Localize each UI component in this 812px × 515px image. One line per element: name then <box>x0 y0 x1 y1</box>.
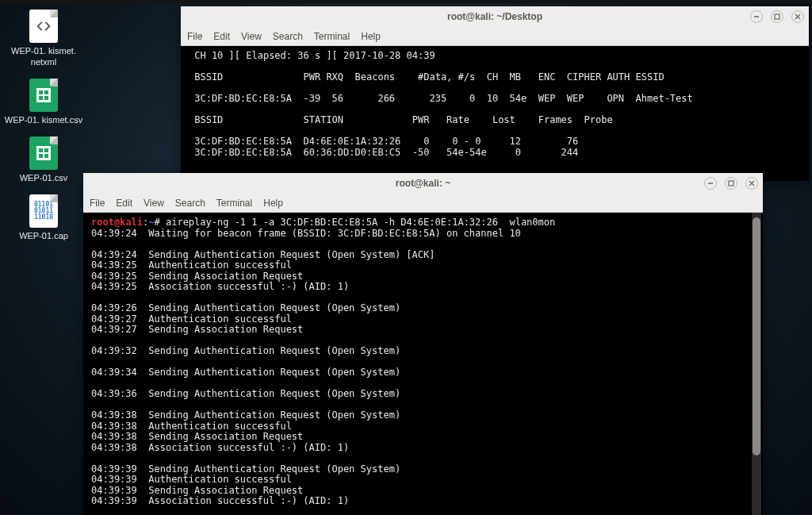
menu-search[interactable]: Search <box>175 198 205 209</box>
minimize-button[interactable] <box>704 177 717 190</box>
desktop-file-label: WEP-01. kismet.csv <box>5 114 82 125</box>
desktop-file-cap[interactable]: 011010101111010 WEP-01.cap <box>4 194 83 241</box>
window-title: root@kali: ~/Desktop <box>447 11 542 22</box>
prompt-user: root@kali <box>91 217 143 228</box>
window-controls <box>704 173 758 194</box>
xml-file-icon <box>29 10 58 43</box>
scrollbar-thumb[interactable] <box>753 217 760 455</box>
menu-view[interactable]: View <box>241 31 262 42</box>
menu-file[interactable]: File <box>90 198 105 209</box>
prompt-hash: # <box>155 217 166 228</box>
menu-edit[interactable]: Edit <box>213 31 230 42</box>
cap-file-icon: 011010101111010 <box>29 194 58 228</box>
menu-file[interactable]: File <box>187 31 202 42</box>
window-title: root@kali: ~ <box>396 178 450 189</box>
scrollbar[interactable] <box>752 213 761 515</box>
menu-search[interactable]: Search <box>273 31 303 42</box>
menu-view[interactable]: View <box>144 198 164 209</box>
desktop-file-csv[interactable]: WEP-01. kismet.csv <box>4 79 83 125</box>
close-button[interactable] <box>745 177 758 190</box>
window-controls <box>750 6 804 27</box>
svg-rect-3 <box>729 181 733 186</box>
csv-file-icon <box>29 136 58 170</box>
menu-terminal[interactable]: Terminal <box>216 198 252 209</box>
close-button[interactable] <box>791 10 804 23</box>
csv-file-icon <box>29 79 58 112</box>
svg-rect-1 <box>775 14 779 19</box>
menu-help[interactable]: Help <box>361 31 381 42</box>
prompt-path: ~ <box>148 217 154 228</box>
menubar: File Edit View Search Terminal Help <box>181 27 809 46</box>
menu-terminal[interactable]: Terminal <box>314 31 350 42</box>
desktop-file-xml[interactable]: WEP-01. kismet. netxml <box>4 10 83 67</box>
desktop-file-csv[interactable]: WEP-01.csv <box>4 136 83 183</box>
terminal-output[interactable]: CH 10 ][ Elapsed: 36 s ][ 2017-10-28 04:… <box>181 46 809 181</box>
maximize-button[interactable] <box>725 177 737 190</box>
menu-help[interactable]: Help <box>263 198 283 209</box>
desktop-file-label: WEP-01. kismet. netxml <box>4 45 83 67</box>
terminal-window-front[interactable]: root@kali: ~ File Edit View Search Termi… <box>83 173 763 515</box>
top-panel <box>0 0 812 3</box>
terminal-window-back[interactable]: root@kali: ~/Desktop File Edit View Sear… <box>181 6 809 181</box>
desktop-file-label: WEP-01.cap <box>19 230 68 241</box>
menu-edit[interactable]: Edit <box>116 198 132 209</box>
desktop-icons: WEP-01. kismet. netxml WEP-01. kismet.cs… <box>0 0 87 252</box>
terminal-output[interactable]: root@kali:~# aireplay-ng -1 1 -a 3C:DF:B… <box>83 213 763 515</box>
titlebar[interactable]: root@kali: ~ <box>83 173 763 194</box>
command-text: aireplay-ng -1 1 -a 3C:DF:BD:EC:E8:5A -h… <box>166 217 555 228</box>
minimize-button[interactable] <box>750 10 763 23</box>
maximize-button[interactable] <box>771 10 783 23</box>
menubar: File Edit View Search Terminal Help <box>83 194 763 213</box>
titlebar[interactable]: root@kali: ~/Desktop <box>181 6 809 27</box>
desktop-file-label: WEP-01.csv <box>20 172 68 183</box>
